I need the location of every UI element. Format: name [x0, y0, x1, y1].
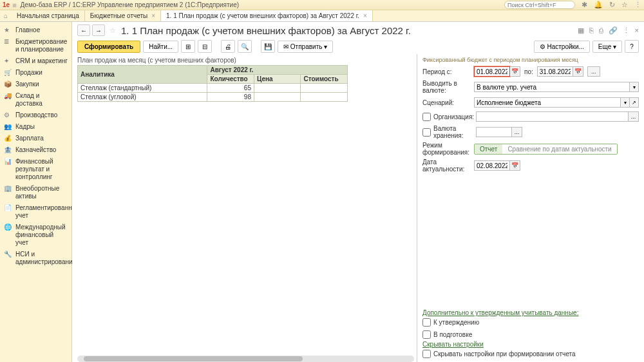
table-row[interactable]: Стеллаж (угловой) 98	[78, 93, 348, 102]
bell-icon[interactable]: 🔔	[594, 1, 603, 9]
calendar-icon[interactable]: 📅	[510, 66, 520, 77]
preview-icon[interactable]: ▦	[578, 26, 584, 35]
horizontal-scrollbar[interactable]	[77, 356, 414, 362]
valuta-checkbox[interactable]	[422, 128, 431, 137]
star-icon[interactable]: ☆	[621, 1, 628, 9]
sidebar-item-warehouse[interactable]: 🚚Склад и доставка	[0, 90, 71, 110]
more-icon[interactable]: ⋮	[634, 1, 641, 9]
currency-select[interactable]	[474, 82, 630, 92]
col-qty: Количество	[207, 75, 254, 84]
period-header: Август 2022 г.	[207, 66, 348, 75]
mode-label: Режим формирования:	[422, 142, 474, 156]
sidebar-item-treasury[interactable]: 🏦Казначейство	[0, 144, 71, 156]
org-picker-button[interactable]: ...	[629, 111, 639, 122]
sidebar-item-purchases[interactable]: 📦Закупки	[0, 79, 71, 90]
hide-settings-link[interactable]: Скрывать настройки	[422, 341, 484, 348]
sidebar-item-budgeting[interactable]: ≣Бюджетирование и планирование	[0, 36, 71, 55]
sidebar-item-intlaccount[interactable]: 🌐Международный финансовый учет	[0, 222, 71, 249]
close-icon[interactable]: ×	[151, 12, 155, 19]
tab-budget-reports[interactable]: Бюджетные отчеты×	[85, 10, 161, 21]
more-button[interactable]: Еще ▾	[592, 41, 622, 53]
favorite-icon[interactable]: ☆	[109, 26, 116, 35]
preview-button[interactable]: 🔍	[238, 40, 252, 53]
calendar-icon[interactable]: 📅	[510, 160, 520, 171]
chevron-down-icon[interactable]: ▾	[630, 82, 639, 92]
sidebar-item-nsi[interactable]: 🔧НСИ и администрирование	[0, 249, 71, 268]
scenario-select[interactable]	[474, 97, 621, 108]
col-analytics: Аналитика	[78, 66, 207, 84]
window-title: Демо-база ERP / 1С:ERP Управление предпр…	[21, 1, 504, 8]
currency-label: Выводить в валюте:	[422, 80, 474, 94]
wrench-icon: 🔧	[4, 251, 13, 258]
settings-header: Фиксированный бюджет с периодом планиров…	[422, 57, 639, 63]
period-picker-button[interactable]: ...	[587, 66, 600, 77]
expand-group-button[interactable]: ⊞	[181, 40, 195, 53]
print-button[interactable]: 🖨	[221, 40, 235, 53]
theme-icon[interactable]: ✱	[582, 1, 587, 9]
extra-data-link[interactable]: Дополнительно к утвержденным учитывать д…	[422, 309, 578, 316]
period-to-label: по:	[524, 68, 533, 75]
hide-on-generate-checkbox[interactable]	[422, 350, 431, 358]
help-button[interactable]: ?	[625, 40, 639, 53]
sidebar-item-assets[interactable]: 🏢Внеоборотные активы	[0, 183, 71, 202]
gear-icon: ⚙	[4, 111, 13, 119]
menu-icon[interactable]: ≡	[12, 1, 16, 9]
chevron-down-icon[interactable]: ▾	[621, 97, 630, 108]
menu-dots-icon[interactable]: ⋮	[623, 26, 630, 35]
actual-date-input[interactable]	[474, 160, 510, 171]
sidebar-item-finresult[interactable]: 📊Финансовый результат и контроллинг	[0, 156, 71, 183]
sidebar-item-regaccount[interactable]: 📄Регламентированный учет	[0, 202, 71, 222]
mode-report[interactable]: Отчет	[475, 144, 502, 154]
org-label: Организация:	[433, 113, 476, 120]
period-from-input[interactable]	[474, 66, 510, 77]
sidebar-item-hr[interactable]: 👥Кадры	[0, 121, 71, 133]
handshake-icon: ✦	[4, 57, 13, 65]
preparation-checkbox[interactable]	[422, 330, 431, 339]
approval-checkbox[interactable]	[422, 318, 431, 327]
print-icon[interactable]: ⎙	[599, 26, 603, 35]
history-icon[interactable]: ↻	[609, 1, 615, 9]
valuta-picker-button[interactable]: ...	[512, 127, 522, 137]
scenario-label: Сценарий:	[422, 99, 474, 106]
period-to-input[interactable]	[537, 66, 573, 77]
sidebar: ★Главное ≣Бюджетирование и планирование …	[0, 22, 72, 362]
building-icon: 🏢	[4, 185, 13, 193]
open-icon[interactable]: ↗	[630, 97, 639, 108]
sidebar-item-main[interactable]: ★Главное	[0, 24, 71, 36]
org-checkbox[interactable]	[422, 113, 431, 121]
org-input[interactable]	[476, 111, 629, 122]
sidebar-item-salary[interactable]: 💰Зарплата	[0, 133, 71, 144]
collapse-group-button[interactable]: ⊟	[198, 40, 212, 53]
link-icon[interactable]: 🔗	[609, 26, 618, 35]
close-icon[interactable]: ×	[635, 26, 639, 35]
tab-sales-plan[interactable]: 1. 1 План продаж (с учетом внешних факто…	[161, 10, 373, 21]
global-search-input[interactable]	[504, 1, 575, 9]
tab-start[interactable]: Начальная страница	[12, 10, 85, 21]
forward-button[interactable]: →	[92, 24, 105, 36]
col-price: Цена	[254, 75, 301, 84]
tab-label: 1. 1 План продаж (с учетом внешних факто…	[166, 12, 359, 19]
app-logo: 1e	[3, 1, 10, 8]
valuta-input[interactable]	[476, 127, 512, 137]
valuta-label: Валюта хранения:	[433, 125, 476, 139]
mode-compare[interactable]: Сравнение по датам актуальности	[502, 144, 616, 154]
sidebar-item-sales[interactable]: 🛒Продажи	[0, 67, 71, 79]
find-button[interactable]: Найти...	[143, 41, 178, 53]
sidebar-item-production[interactable]: ⚙Производство	[0, 110, 71, 121]
save-button[interactable]: 💾	[261, 40, 275, 53]
generate-button[interactable]: Сформировать	[77, 41, 140, 53]
settings-button[interactable]: ⚙ Настройки...	[534, 41, 590, 53]
doc-icon: 📄	[4, 204, 13, 212]
report-table: Аналитика Август 2022 г. Количество Цена…	[77, 65, 348, 102]
table-row[interactable]: Стеллаж (стандартный) 65	[78, 84, 348, 93]
send-button[interactable]: ✉ Отправить ▾	[278, 41, 333, 53]
sidebar-item-crm[interactable]: ✦CRM и маркетинг	[0, 55, 71, 67]
copy-icon[interactable]: ⎘	[589, 26, 594, 35]
back-button[interactable]: ←	[77, 24, 90, 36]
period-from-label: Период с:	[422, 68, 474, 75]
home-icon[interactable]: ⌂	[0, 10, 12, 21]
chart-icon: ≣	[4, 38, 13, 46]
calendar-icon[interactable]: 📅	[573, 66, 583, 77]
preparation-label: В подготовке	[433, 331, 472, 338]
close-icon[interactable]: ×	[363, 12, 367, 19]
